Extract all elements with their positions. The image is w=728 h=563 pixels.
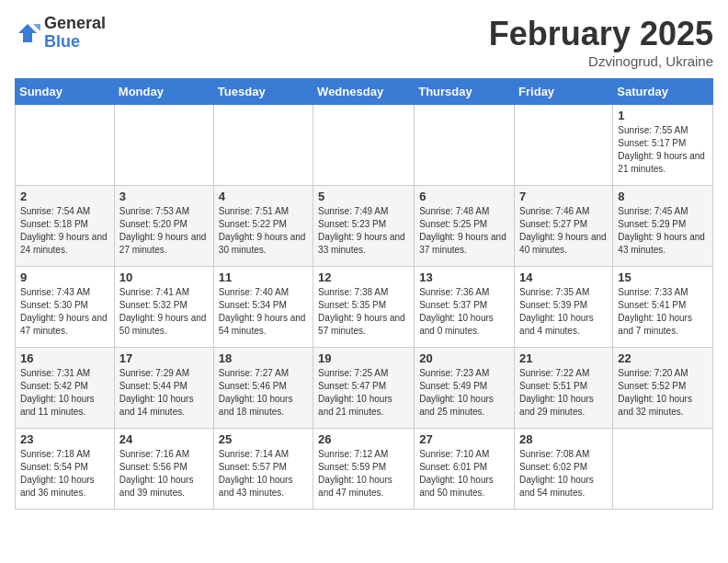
table-row: 14Sunrise: 7:35 AM Sunset: 5:39 PM Dayli… bbox=[515, 267, 613, 348]
table-row bbox=[415, 105, 515, 186]
table-row: 24Sunrise: 7:16 AM Sunset: 5:56 PM Dayli… bbox=[114, 429, 213, 510]
day-info: Sunrise: 7:08 AM Sunset: 6:02 PM Dayligh… bbox=[519, 448, 608, 500]
title-block: February 2025 Dzvinogrud, Ukraine bbox=[489, 15, 713, 69]
table-row: 27Sunrise: 7:10 AM Sunset: 6:01 PM Dayli… bbox=[415, 429, 515, 510]
calendar-table: Sunday Monday Tuesday Wednesday Thursday… bbox=[15, 78, 713, 510]
calendar-week-row: 9Sunrise: 7:43 AM Sunset: 5:30 PM Daylig… bbox=[16, 267, 713, 348]
logo-general: General bbox=[44, 14, 106, 32]
col-saturday: Saturday bbox=[613, 79, 713, 105]
day-info: Sunrise: 7:27 AM Sunset: 5:46 PM Dayligh… bbox=[219, 367, 308, 419]
svg-marker-1 bbox=[33, 24, 40, 31]
day-number: 13 bbox=[419, 270, 509, 284]
day-info: Sunrise: 7:22 AM Sunset: 5:51 PM Dayligh… bbox=[519, 367, 608, 419]
day-number: 4 bbox=[219, 190, 308, 203]
table-row: 11Sunrise: 7:40 AM Sunset: 5:34 PM Dayli… bbox=[213, 267, 313, 348]
day-info: Sunrise: 7:10 AM Sunset: 6:01 PM Dayligh… bbox=[419, 448, 509, 500]
day-number: 3 bbox=[119, 190, 209, 203]
table-row: 17Sunrise: 7:29 AM Sunset: 5:44 PM Dayli… bbox=[114, 348, 213, 429]
day-number: 19 bbox=[318, 351, 409, 365]
table-row bbox=[213, 105, 313, 186]
table-row: 12Sunrise: 7:38 AM Sunset: 5:35 PM Dayli… bbox=[313, 267, 415, 348]
day-info: Sunrise: 7:35 AM Sunset: 5:39 PM Dayligh… bbox=[519, 286, 608, 338]
table-row: 10Sunrise: 7:41 AM Sunset: 5:32 PM Dayli… bbox=[114, 267, 213, 348]
col-thursday: Thursday bbox=[415, 79, 515, 105]
day-number: 18 bbox=[219, 351, 308, 365]
day-number: 11 bbox=[219, 270, 308, 284]
table-row: 23Sunrise: 7:18 AM Sunset: 5:54 PM Dayli… bbox=[16, 429, 115, 510]
day-info: Sunrise: 7:45 AM Sunset: 5:29 PM Dayligh… bbox=[618, 205, 708, 257]
day-info: Sunrise: 7:53 AM Sunset: 5:20 PM Dayligh… bbox=[119, 205, 209, 257]
col-wednesday: Wednesday bbox=[313, 79, 415, 105]
day-info: Sunrise: 7:36 AM Sunset: 5:37 PM Dayligh… bbox=[419, 286, 509, 338]
day-info: Sunrise: 7:29 AM Sunset: 5:44 PM Dayligh… bbox=[119, 367, 209, 419]
day-info: Sunrise: 7:33 AM Sunset: 5:41 PM Dayligh… bbox=[618, 286, 708, 338]
day-info: Sunrise: 7:51 AM Sunset: 5:22 PM Dayligh… bbox=[219, 205, 308, 257]
logo-blue: Blue bbox=[44, 32, 80, 51]
table-row: 26Sunrise: 7:12 AM Sunset: 5:59 PM Dayli… bbox=[313, 429, 415, 510]
col-friday: Friday bbox=[515, 79, 613, 105]
table-row: 22Sunrise: 7:20 AM Sunset: 5:52 PM Dayli… bbox=[613, 348, 713, 429]
day-info: Sunrise: 7:18 AM Sunset: 5:54 PM Dayligh… bbox=[20, 448, 109, 500]
table-row: 1Sunrise: 7:55 AM Sunset: 5:17 PM Daylig… bbox=[613, 105, 713, 186]
logo-text: General Blue bbox=[44, 15, 106, 52]
day-number: 27 bbox=[419, 432, 509, 446]
day-number: 8 bbox=[618, 190, 708, 203]
table-row: 3Sunrise: 7:53 AM Sunset: 5:20 PM Daylig… bbox=[114, 186, 213, 267]
day-info: Sunrise: 7:49 AM Sunset: 5:23 PM Dayligh… bbox=[318, 205, 409, 257]
day-number: 22 bbox=[618, 351, 708, 365]
month-title: February 2025 bbox=[489, 15, 713, 53]
table-row bbox=[515, 105, 613, 186]
table-row: 15Sunrise: 7:33 AM Sunset: 5:41 PM Dayli… bbox=[613, 267, 713, 348]
table-row: 20Sunrise: 7:23 AM Sunset: 5:49 PM Dayli… bbox=[415, 348, 515, 429]
day-number: 25 bbox=[219, 432, 308, 446]
table-row: 6Sunrise: 7:48 AM Sunset: 5:25 PM Daylig… bbox=[415, 186, 515, 267]
day-info: Sunrise: 7:41 AM Sunset: 5:32 PM Dayligh… bbox=[119, 286, 209, 338]
day-number: 26 bbox=[318, 432, 409, 446]
day-number: 20 bbox=[419, 351, 509, 365]
svg-marker-0 bbox=[18, 24, 37, 42]
day-number: 14 bbox=[519, 270, 608, 284]
table-row bbox=[114, 105, 213, 186]
table-row: 8Sunrise: 7:45 AM Sunset: 5:29 PM Daylig… bbox=[613, 186, 713, 267]
day-info: Sunrise: 7:14 AM Sunset: 5:57 PM Dayligh… bbox=[219, 448, 308, 500]
day-number: 23 bbox=[20, 432, 109, 446]
col-tuesday: Tuesday bbox=[213, 79, 313, 105]
day-number: 5 bbox=[318, 190, 409, 203]
day-info: Sunrise: 7:38 AM Sunset: 5:35 PM Dayligh… bbox=[318, 286, 409, 338]
day-info: Sunrise: 7:40 AM Sunset: 5:34 PM Dayligh… bbox=[219, 286, 308, 338]
table-row: 28Sunrise: 7:08 AM Sunset: 6:02 PM Dayli… bbox=[515, 429, 613, 510]
day-number: 9 bbox=[20, 270, 109, 284]
day-number: 21 bbox=[519, 351, 608, 365]
calendar-week-row: 16Sunrise: 7:31 AM Sunset: 5:42 PM Dayli… bbox=[16, 348, 713, 429]
logo: General Blue bbox=[15, 15, 106, 52]
day-number: 17 bbox=[119, 351, 209, 365]
table-row bbox=[613, 429, 713, 510]
table-row: 5Sunrise: 7:49 AM Sunset: 5:23 PM Daylig… bbox=[313, 186, 415, 267]
day-number: 12 bbox=[318, 270, 409, 284]
table-row: 2Sunrise: 7:54 AM Sunset: 5:18 PM Daylig… bbox=[16, 186, 115, 267]
day-number: 10 bbox=[119, 270, 209, 284]
day-info: Sunrise: 7:25 AM Sunset: 5:47 PM Dayligh… bbox=[318, 367, 409, 419]
table-row: 9Sunrise: 7:43 AM Sunset: 5:30 PM Daylig… bbox=[16, 267, 115, 348]
day-info: Sunrise: 7:23 AM Sunset: 5:49 PM Dayligh… bbox=[419, 367, 509, 419]
day-number: 6 bbox=[419, 190, 509, 203]
day-number: 24 bbox=[119, 432, 209, 446]
day-info: Sunrise: 7:43 AM Sunset: 5:30 PM Dayligh… bbox=[20, 286, 109, 338]
page-header: General Blue February 2025 Dzvinogrud, U… bbox=[15, 15, 713, 69]
calendar-header-row: Sunday Monday Tuesday Wednesday Thursday… bbox=[16, 79, 713, 105]
logo-icon bbox=[15, 20, 40, 46]
table-row: 7Sunrise: 7:46 AM Sunset: 5:27 PM Daylig… bbox=[515, 186, 613, 267]
table-row bbox=[16, 105, 115, 186]
col-sunday: Sunday bbox=[16, 79, 115, 105]
calendar-week-row: 1Sunrise: 7:55 AM Sunset: 5:17 PM Daylig… bbox=[16, 105, 713, 186]
col-monday: Monday bbox=[114, 79, 213, 105]
day-number: 16 bbox=[20, 351, 109, 365]
table-row: 21Sunrise: 7:22 AM Sunset: 5:51 PM Dayli… bbox=[515, 348, 613, 429]
day-info: Sunrise: 7:55 AM Sunset: 5:17 PM Dayligh… bbox=[618, 124, 708, 176]
table-row: 19Sunrise: 7:25 AM Sunset: 5:47 PM Dayli… bbox=[313, 348, 415, 429]
day-info: Sunrise: 7:31 AM Sunset: 5:42 PM Dayligh… bbox=[20, 367, 109, 419]
table-row: 18Sunrise: 7:27 AM Sunset: 5:46 PM Dayli… bbox=[213, 348, 313, 429]
table-row: 16Sunrise: 7:31 AM Sunset: 5:42 PM Dayli… bbox=[16, 348, 115, 429]
day-number: 28 bbox=[519, 432, 608, 446]
day-number: 15 bbox=[618, 270, 708, 284]
